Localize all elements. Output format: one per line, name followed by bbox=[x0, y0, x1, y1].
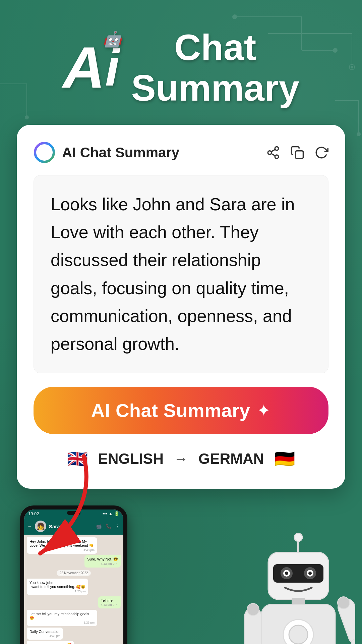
flag-to: 🇩🇪 bbox=[274, 449, 295, 469]
date-separator: 22 November 2022 bbox=[57, 570, 90, 576]
phone-frame: 19:02 ▪▪▪ ▲ 🔋 ← 👧 Sara 📹 📞 ⋮ bbox=[20, 505, 127, 644]
robot-emoji: 🤖 bbox=[103, 32, 122, 47]
message-time: 1:23 pm bbox=[29, 590, 85, 593]
refresh-icon[interactable] bbox=[314, 146, 328, 160]
flag-from: 🇬🇧 bbox=[67, 449, 88, 469]
language-from-label: ENGLISH bbox=[98, 450, 164, 467]
share-icon[interactable] bbox=[266, 146, 280, 160]
wa-header-icons: 📹 📞 ⋮ bbox=[96, 524, 120, 529]
message-item: Sure, Why Not. 😎 4:43 pm ✓✓ bbox=[84, 555, 121, 568]
card-title: AI Chat Summary bbox=[62, 145, 179, 161]
message-item: Hey John, How are you Feeling My Love, W… bbox=[27, 537, 97, 554]
card-header-left: AI Chat Summary bbox=[34, 142, 179, 163]
title-chat-summary: Chat Summary bbox=[131, 27, 299, 108]
svg-point-23 bbox=[294, 533, 302, 541]
svg-point-17 bbox=[268, 151, 272, 154]
language-row: 🇬🇧 ENGLISH → GERMAN 🇩🇪 bbox=[34, 449, 328, 469]
message-time: 4:43 pm bbox=[29, 548, 95, 552]
summary-content: Looks like John and Sara are in Love wit… bbox=[51, 191, 311, 358]
call-icon[interactable]: 📞 bbox=[106, 524, 111, 529]
status-time: 19:02 bbox=[28, 511, 39, 516]
svg-point-35 bbox=[289, 625, 308, 644]
card-action-icons[interactable] bbox=[266, 146, 328, 160]
robot-illustration bbox=[241, 532, 355, 644]
message-time: 4:43 pm ✓✓ bbox=[101, 603, 118, 606]
card-header: AI Chat Summary bbox=[34, 142, 328, 163]
sparkle-icon: ✦ bbox=[257, 401, 271, 420]
svg-line-19 bbox=[271, 153, 275, 156]
robot-svg bbox=[241, 532, 355, 644]
message-text: You know johnI want to tell you somethin… bbox=[29, 581, 85, 589]
svg-point-11 bbox=[357, 132, 360, 136]
main-card: AI Chat Summary Looks like John and Sara… bbox=[17, 125, 345, 489]
app-title: A 🤖 i Chat Summary bbox=[27, 27, 335, 108]
message-item: Daily Conversation 4:43 pm bbox=[27, 628, 63, 640]
language-arrow: → bbox=[174, 450, 188, 467]
svg-point-39 bbox=[338, 597, 350, 609]
video-call-icon[interactable]: 📹 bbox=[96, 524, 102, 529]
cta-button-label: AI Chat Summary bbox=[91, 399, 250, 421]
phone-screen: 19:02 ▪▪▪ ▲ 🔋 ← 👧 Sara 📹 📞 ⋮ bbox=[24, 509, 123, 644]
language-to-label: GERMAN bbox=[198, 450, 264, 467]
svg-point-18 bbox=[275, 155, 279, 159]
wa-header: ← 👧 Sara 📹 📞 ⋮ bbox=[24, 518, 123, 535]
bottom-section: 19:02 ▪▪▪ ▲ 🔋 ← 👧 Sara 📹 📞 ⋮ bbox=[0, 499, 362, 644]
app-header: A 🤖 i Chat Summary bbox=[0, 0, 362, 121]
message-time: 4:43 pm bbox=[29, 634, 60, 638]
svg-point-28 bbox=[285, 572, 288, 575]
svg-rect-21 bbox=[296, 151, 303, 158]
messages-list: Hey John, How are you Feeling My Love, W… bbox=[24, 535, 123, 644]
summary-text-box: Looks like John and Sara are in Love wit… bbox=[34, 175, 328, 373]
menu-icon[interactable]: ⋮ bbox=[115, 524, 120, 529]
title-i: 🤖 i bbox=[105, 42, 119, 94]
cta-button[interactable]: AI Chat Summary ✦ bbox=[34, 387, 328, 434]
message-item: Let me tell you my relationship goals 😍 … bbox=[27, 610, 97, 626]
contact-avatar: 👧 bbox=[35, 521, 46, 532]
svg-point-15 bbox=[35, 143, 54, 162]
svg-line-20 bbox=[271, 149, 275, 152]
phone-notch bbox=[67, 511, 80, 515]
message-time: 1:23 pm bbox=[29, 621, 95, 624]
message-item: Tell me 4:43 pm ✓✓ bbox=[98, 596, 121, 608]
copy-icon[interactable] bbox=[290, 146, 304, 160]
title-a: A bbox=[63, 38, 105, 97]
message-text: Let me tell you my relationship goals 😍 bbox=[29, 612, 95, 620]
svg-point-31 bbox=[308, 572, 312, 575]
app-logo-icon bbox=[34, 142, 55, 163]
contact-name: Sara bbox=[49, 524, 93, 529]
back-icon[interactable]: ← bbox=[27, 524, 32, 529]
message-text: Daily Conversation bbox=[29, 630, 60, 634]
svg-point-37 bbox=[247, 603, 259, 615]
phone-mockup: 19:02 ▪▪▪ ▲ 🔋 ← 👧 Sara 📹 📞 ⋮ bbox=[20, 505, 127, 644]
message-item: You know johnI want to tell you somethin… bbox=[27, 579, 88, 595]
status-icons: ▪▪▪ ▲ 🔋 bbox=[103, 511, 119, 516]
message-text: Hey John, How are you Feeling My Love, W… bbox=[29, 539, 95, 548]
message-item: Focusing on our goals 🥰 4:43 pm bbox=[27, 641, 74, 644]
message-text: Sure, Why Not. 😎 bbox=[87, 557, 118, 561]
message-text: Tell me bbox=[101, 598, 118, 602]
message-time: 4:43 pm ✓✓ bbox=[87, 562, 118, 566]
svg-point-16 bbox=[275, 147, 279, 150]
